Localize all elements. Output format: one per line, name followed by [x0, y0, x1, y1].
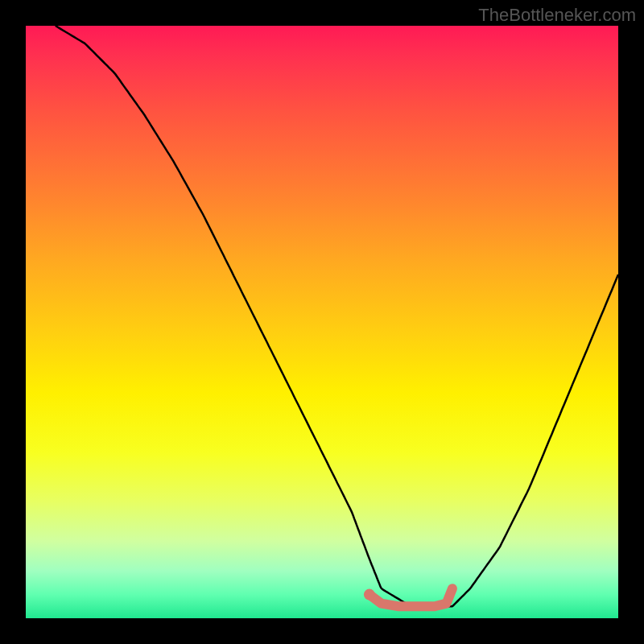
curve-layer [56, 26, 618, 606]
chart-container: TheBottleneker.com [0, 0, 644, 644]
marker-layer [364, 588, 452, 606]
bottleneck-curve [56, 26, 618, 606]
optimal-range-marker [369, 588, 452, 606]
watermark-text: TheBottleneker.com [478, 5, 636, 26]
plot-area [26, 26, 618, 618]
chart-svg [26, 26, 618, 618]
marker-dot [364, 589, 375, 601]
